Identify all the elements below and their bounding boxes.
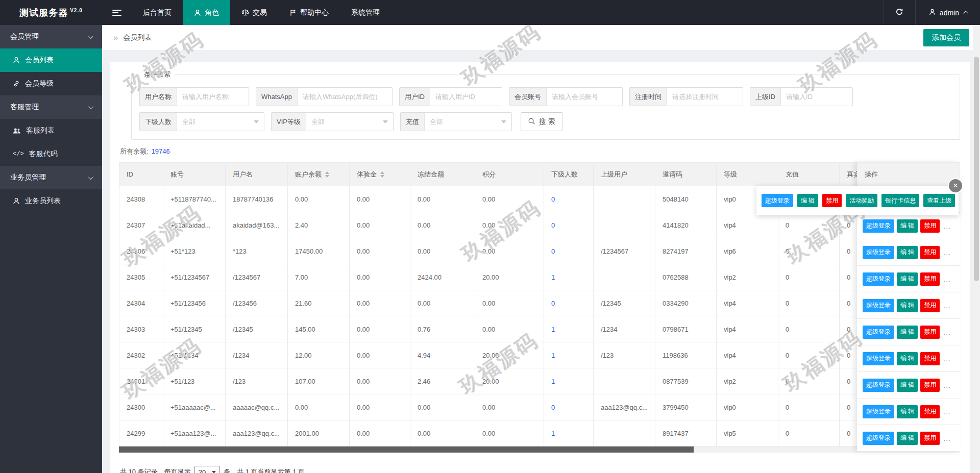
member-list-card: 条件搜索 用户名称 WhatsApp 用户ID 会员账: [110, 62, 970, 473]
main-area: » 会员列表 添加会员 条件搜索 用户名称 WhatsApp 用户ID: [102, 25, 980, 473]
edit-button[interactable]: 编 辑: [897, 246, 918, 259]
disable-button[interactable]: 禁用: [920, 432, 940, 445]
subordinates-count-link[interactable]: 1: [551, 352, 555, 359]
disable-button[interactable]: 禁用: [920, 219, 940, 233]
search-button[interactable]: 搜 索: [521, 112, 562, 131]
edit-button[interactable]: 编 辑: [897, 432, 918, 445]
view-parent-button[interactable]: 查看上级: [923, 194, 955, 207]
more-actions-button[interactable]: ...: [942, 405, 952, 418]
more-actions-button[interactable]: ...: [942, 219, 952, 233]
subordinates-count-link[interactable]: 0: [551, 247, 555, 255]
bank-card-info-button[interactable]: 银行卡信息: [881, 194, 919, 207]
edit-button[interactable]: 编 辑: [897, 326, 918, 339]
sidebar-item-member-list[interactable]: 会员列表: [0, 48, 102, 72]
edit-button[interactable]: 编 辑: [897, 352, 918, 365]
subordinates-count-link[interactable]: 1: [551, 273, 555, 281]
subordinates-count-link[interactable]: 0: [551, 404, 555, 411]
cell-value: 24301: [127, 378, 145, 385]
cell-value: 2001.00: [295, 430, 319, 437]
more-actions-button[interactable]: ...: [942, 326, 952, 339]
parent-id-input[interactable]: [781, 88, 852, 106]
super-login-button[interactable]: 超级登录: [762, 194, 793, 207]
edit-button[interactable]: 编 辑: [897, 379, 918, 392]
edit-button[interactable]: 编 辑: [897, 219, 918, 233]
per-page-select[interactable]: 20: [194, 466, 220, 473]
sidebar-group-salesman[interactable]: 业务员管理: [0, 166, 102, 189]
nav-item-trade[interactable]: 交易: [230, 0, 278, 25]
subordinates-count-link[interactable]: 0: [551, 195, 555, 203]
subordinates-count-link[interactable]: 1: [551, 378, 555, 385]
super-login-button[interactable]: 超级登录: [863, 246, 894, 259]
disable-button[interactable]: 禁用: [920, 379, 940, 392]
recharge-select[interactable]: 充值 全部: [400, 112, 512, 131]
sidebar-item-support-list[interactable]: 客服列表: [0, 119, 102, 142]
cell-value: 3799450: [663, 404, 689, 411]
subordinates-count-link[interactable]: 0: [551, 221, 555, 229]
sidebar-item-support-code[interactable]: </> 客服代码: [0, 142, 102, 166]
disable-button[interactable]: 禁用: [920, 326, 940, 339]
disable-button[interactable]: 禁用: [920, 299, 940, 312]
admin-menu[interactable]: admin: [915, 0, 980, 25]
vertical-scrollbar-thumb[interactable]: [974, 57, 979, 281]
more-actions-button[interactable]: ...: [942, 246, 952, 259]
vertical-scrollbar[interactable]: [973, 25, 980, 473]
userid-input[interactable]: [430, 88, 502, 106]
super-login-button[interactable]: 超级登录: [863, 432, 894, 445]
total-balance-value[interactable]: 19746: [152, 147, 170, 155]
super-login-button[interactable]: 超级登录: [863, 405, 894, 418]
member-account-input[interactable]: [547, 88, 622, 106]
nav-item-home[interactable]: 后台首页: [132, 0, 183, 25]
cell-value: 0: [786, 352, 789, 359]
sidebar-group-members[interactable]: 会员管理: [0, 25, 102, 48]
horizontal-scrollbar[interactable]: [119, 446, 960, 453]
subordinates-select[interactable]: 下级人数 全部: [139, 112, 264, 131]
subordinates-count-link[interactable]: 1: [551, 326, 555, 333]
sort-icon[interactable]: [380, 171, 384, 178]
more-actions-button[interactable]: ...: [942, 352, 952, 365]
subordinates-count-link[interactable]: 1: [551, 430, 555, 437]
vip-level-select[interactable]: VIP等级 全部: [271, 112, 394, 131]
more-actions-button[interactable]: ...: [942, 379, 952, 392]
more-actions-button[interactable]: ...: [942, 432, 952, 445]
nav-item-system[interactable]: 系统管理: [340, 0, 391, 25]
disable-button[interactable]: 禁用: [920, 272, 940, 286]
super-login-button[interactable]: 超级登录: [863, 272, 894, 286]
close-actions-popup-button[interactable]: ×: [948, 178, 963, 193]
sidebar-toggle-icon[interactable]: [102, 0, 132, 25]
sort-icon[interactable]: [325, 171, 329, 178]
edit-button[interactable]: 编 辑: [897, 272, 918, 286]
activity-reward-button[interactable]: 活动奖励: [846, 194, 877, 207]
register-time-input[interactable]: [667, 88, 743, 106]
cell-value: 4141820: [663, 221, 689, 229]
nav-item-role[interactable]: 角色: [183, 0, 230, 25]
add-member-button[interactable]: 添加会员: [923, 29, 969, 46]
super-login-button[interactable]: 超级登录: [863, 299, 894, 312]
cell-value: 0.00: [482, 195, 495, 203]
table-row: 24302+51/1234/123412.000.004.9420.001/12…: [119, 342, 901, 368]
more-actions-button[interactable]: ...: [942, 299, 952, 312]
sidebar-item-salesman-list[interactable]: 业务员列表: [0, 189, 102, 213]
super-login-button[interactable]: 超级登录: [863, 326, 894, 339]
nav-item-help[interactable]: 帮助中心: [278, 0, 340, 25]
cell-value: 0.00: [482, 300, 495, 307]
disable-button[interactable]: 禁用: [920, 405, 940, 418]
sidebar-group-support[interactable]: 客服管理: [0, 95, 102, 119]
disable-button[interactable]: 禁用: [920, 352, 940, 365]
refresh-button[interactable]: [884, 0, 915, 25]
sidebar-item-member-level[interactable]: 会员等级: [0, 72, 102, 95]
edit-button[interactable]: 编 辑: [897, 405, 918, 418]
edit-button[interactable]: 编 辑: [897, 299, 918, 312]
horizontal-scrollbar-thumb[interactable]: [119, 446, 694, 453]
cell-value: 24302: [127, 352, 145, 359]
disable-button[interactable]: 禁用: [822, 194, 842, 207]
super-login-button[interactable]: 超级登录: [863, 379, 894, 392]
row-actions-cell: 超级登录编 辑禁用...: [857, 372, 960, 399]
super-login-button[interactable]: 超级登录: [863, 352, 894, 365]
subordinates-count-link[interactable]: 0: [551, 300, 555, 307]
disable-button[interactable]: 禁用: [920, 246, 940, 259]
super-login-button[interactable]: 超级登录: [863, 219, 894, 233]
edit-button[interactable]: 编 辑: [797, 194, 818, 207]
whatsapp-input[interactable]: [298, 88, 392, 106]
more-actions-button[interactable]: ...: [942, 272, 952, 286]
username-input[interactable]: [177, 88, 249, 106]
